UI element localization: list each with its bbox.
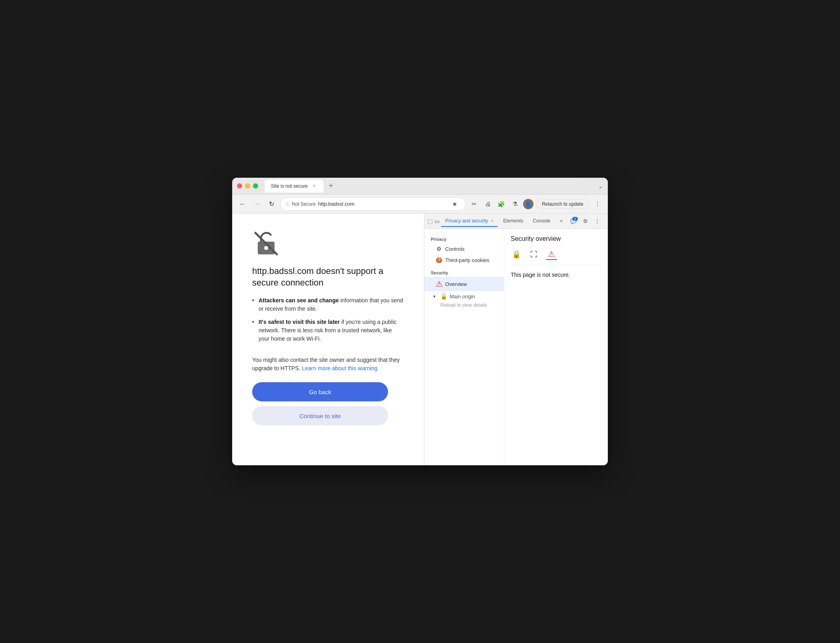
not-secure-badge: ⚠ Not Secure xyxy=(285,201,316,207)
close-button[interactable] xyxy=(237,183,242,189)
lock-status-icon[interactable]: 🔒 xyxy=(511,249,522,260)
tab-privacy-security-close[interactable]: × xyxy=(491,218,494,223)
warning-icon: ⚠ xyxy=(285,201,290,207)
devtools-actions: 💬 1 ⚙ ⋮ × xyxy=(568,216,608,226)
devtools-tab-bar: ⬚ ▭ Privacy and security × Elements Cons… xyxy=(424,214,608,229)
not-secure-label: Not Secure xyxy=(292,201,316,207)
security-icons-row: 🔒 ⛶ ⚠ xyxy=(511,249,601,265)
go-back-button[interactable]: Go back xyxy=(252,382,388,401)
reload-hint-text: Reload to view details xyxy=(424,302,504,309)
forward-button[interactable]: → xyxy=(251,198,263,210)
controls-icon: ⚙ xyxy=(436,246,442,252)
not-secure-text: This page is not secure. xyxy=(511,272,601,278)
relaunch-button[interactable]: Relaunch to update xyxy=(536,199,589,209)
more-tabs-button[interactable]: » xyxy=(556,216,567,227)
bookmark-icon[interactable]: ★ xyxy=(449,198,460,210)
bullet2-bold: It's safest to visit this site later xyxy=(259,319,340,325)
bullet-item-1: Attackers can see and change information… xyxy=(252,296,404,313)
overview-warning-icon: ⚠ xyxy=(436,279,442,289)
content-area: http.badssl.com doesn't support a secure… xyxy=(232,214,608,465)
privacy-section-label: Privacy xyxy=(424,235,504,243)
refresh-button[interactable]: ↻ xyxy=(266,198,277,210)
minimize-button[interactable] xyxy=(245,183,250,189)
tab-console[interactable]: Console xyxy=(529,216,554,227)
page-content: http.badssl.com doesn't support a secure… xyxy=(232,214,424,465)
controls-menu-item[interactable]: ⚙ Controls xyxy=(424,243,504,254)
nav-actions: ✂ 🖨 🧩 ⚗ 👤 Relaunch to update ⋮ xyxy=(469,198,603,210)
continue-button[interactable]: Continue to site xyxy=(252,406,388,425)
devtools-responsive-icon[interactable]: ▭ xyxy=(434,216,440,227)
tab-title: Site is not secure xyxy=(271,183,308,189)
flask-icon[interactable]: ⚗ xyxy=(510,198,521,210)
main-origin-lock-icon: 🔒 xyxy=(440,293,447,300)
tab-privacy-security[interactable]: Privacy and security × xyxy=(441,216,498,227)
nav-bar: ← → ↻ ⚠ Not Secure http.badssl.com ★ ✂ 🖨… xyxy=(232,194,608,214)
bullet1-bold: Attackers can see and change xyxy=(259,297,339,304)
security-section-label: Security xyxy=(424,266,504,277)
chat-badge: 1 xyxy=(572,217,578,221)
scissor-icon[interactable]: ✂ xyxy=(469,198,480,210)
warning-status-icon[interactable]: ⚠ xyxy=(546,249,557,260)
tab-bar: Site is not secure × + xyxy=(265,180,595,193)
broken-lock-icon xyxy=(252,230,280,258)
maximize-button[interactable] xyxy=(253,183,258,189)
devtools-panel: ⬚ ▭ Privacy and security × Elements Cons… xyxy=(424,214,608,465)
active-tab[interactable]: Site is not secure × xyxy=(265,180,324,193)
tab-chevron-icon[interactable]: ⌄ xyxy=(598,183,603,189)
address-bar[interactable]: ⚠ Not Secure http.badssl.com ★ xyxy=(280,197,466,211)
svg-point-2 xyxy=(264,246,268,250)
learn-more-link[interactable]: Learn more about this warning xyxy=(302,365,378,371)
browser-window: Site is not secure × + ⌄ ← → ↻ ⚠ Not Sec… xyxy=(232,178,608,465)
hint-paragraph: You might also contact the site owner an… xyxy=(252,356,404,373)
fullscreen-status-icon[interactable]: ⛶ xyxy=(528,249,539,260)
bullet-list: Attackers can see and change information… xyxy=(252,296,404,348)
expand-arrow-icon: ▼ xyxy=(432,294,436,299)
devtools-more-icon[interactable]: ⋮ xyxy=(592,216,603,226)
main-origin-item[interactable]: ▼ 🔒 Main origin xyxy=(424,291,504,302)
devtools-chat-button[interactable]: 💬 1 xyxy=(568,216,579,226)
devtools-main-panel: Security overview 🔒 ⛶ ⚠ This page is not… xyxy=(504,229,608,465)
cookies-icon: 🍪 xyxy=(436,257,442,263)
new-tab-button[interactable]: + xyxy=(325,181,336,192)
more-options-icon[interactable]: ⋮ xyxy=(592,198,603,210)
devtools-body: Privacy ⚙ Controls 🍪 Third-party cookies… xyxy=(424,229,608,465)
avatar[interactable]: 👤 xyxy=(523,199,533,209)
tab-elements[interactable]: Elements xyxy=(499,216,527,227)
devtools-inspect-icon[interactable]: ⬚ xyxy=(428,216,433,227)
devtools-close-icon[interactable]: × xyxy=(604,216,608,226)
title-bar: Site is not secure × + ⌄ xyxy=(232,178,608,194)
security-overview-title: Security overview xyxy=(511,235,601,242)
tab-close-button[interactable]: × xyxy=(311,183,317,189)
devtools-settings-icon[interactable]: ⚙ xyxy=(580,216,591,226)
print-icon[interactable]: 🖨 xyxy=(482,198,494,210)
back-button[interactable]: ← xyxy=(237,198,248,210)
page-heading: http.badssl.com doesn't support a secure… xyxy=(252,266,404,288)
extension-icon[interactable]: 🧩 xyxy=(496,198,507,210)
url-display: http.badssl.com xyxy=(318,201,447,207)
devtools-sidebar: Privacy ⚙ Controls 🍪 Third-party cookies… xyxy=(424,229,504,465)
bullet-item-2: It's safest to visit this site later if … xyxy=(252,318,404,343)
cookies-menu-item[interactable]: 🍪 Third-party cookies xyxy=(424,254,504,266)
traffic-lights xyxy=(237,183,258,189)
overview-menu-item[interactable]: ⚠ Overview xyxy=(424,277,504,291)
